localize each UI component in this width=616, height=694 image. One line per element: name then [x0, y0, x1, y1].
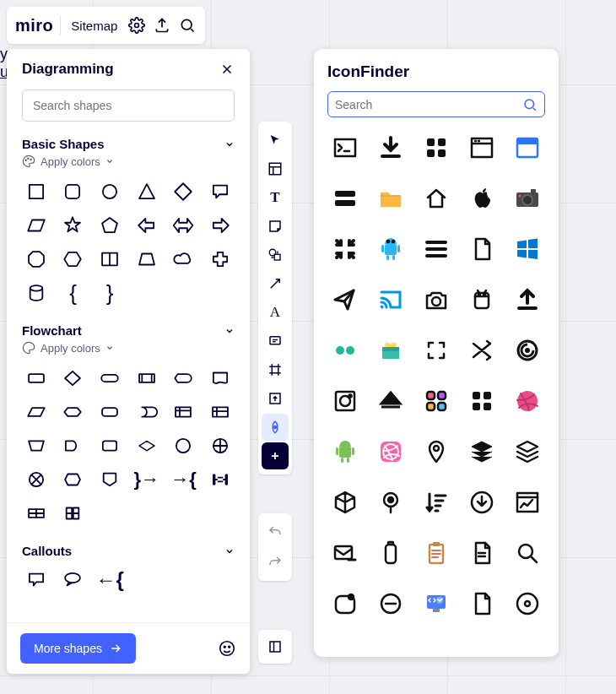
- search-shapes-field[interactable]: [33, 99, 224, 112]
- icon-eject[interactable]: [373, 384, 408, 418]
- section-flowchart[interactable]: Flowchart: [22, 318, 235, 341]
- shape-square[interactable]: [22, 178, 51, 205]
- add-tool[interactable]: [262, 442, 289, 469]
- export-icon[interactable]: [153, 16, 171, 35]
- icon-download[interactable]: [373, 131, 408, 165]
- minimap-button[interactable]: [258, 630, 292, 664]
- icon-browser-top[interactable]: [464, 131, 500, 165]
- icon-sort-down[interactable]: [419, 485, 454, 519]
- icon-analytics[interactable]: [510, 485, 545, 519]
- icon-menu[interactable]: [419, 232, 454, 266]
- icon-android-head[interactable]: [464, 283, 500, 317]
- shape-hexagon[interactable]: [59, 246, 88, 273]
- icon-dribbble-pink[interactable]: [373, 435, 408, 469]
- shape-decision[interactable]: [59, 365, 88, 392]
- shape-or-shape[interactable]: [59, 432, 88, 459]
- sticky-note-tool[interactable]: [262, 213, 289, 240]
- icon-battery[interactable]: [373, 536, 408, 570]
- shape-cloud[interactable]: [170, 246, 198, 273]
- icon-windows[interactable]: [510, 232, 545, 266]
- icon-bell[interactable]: [327, 637, 363, 643]
- icon-stack-alt[interactable]: [510, 435, 545, 469]
- shape-brace-left[interactable]: {: [59, 279, 88, 306]
- shape-cylinder[interactable]: [22, 279, 51, 306]
- icon-browser-blue[interactable]: [510, 131, 545, 165]
- shape-parallelogram[interactable]: [22, 212, 51, 239]
- icon-pin[interactable]: [419, 435, 454, 469]
- shape-oval-callout[interactable]: [59, 567, 88, 594]
- search-shapes-input[interactable]: [22, 89, 235, 122]
- shape-off-page[interactable]: [95, 466, 124, 493]
- icon-folder[interactable]: [373, 182, 408, 215]
- comment-tool[interactable]: [262, 328, 289, 355]
- icon-user-block[interactable]: [464, 637, 500, 643]
- templates-tool[interactable]: [262, 155, 289, 182]
- icon-camera-alt[interactable]: [419, 283, 454, 317]
- undo-button[interactable]: [262, 518, 289, 545]
- icon-shape-dot[interactable]: [327, 587, 363, 621]
- icon-grid4[interactable]: [419, 131, 454, 165]
- shape-connector[interactable]: [95, 432, 124, 459]
- shape-delay[interactable]: [206, 466, 235, 493]
- shape-pentagon[interactable]: [95, 212, 124, 239]
- redo-button[interactable]: [262, 549, 289, 576]
- icon-grid-color[interactable]: [419, 384, 454, 418]
- icon-mail-minus[interactable]: [327, 536, 363, 570]
- icon-dev-screen[interactable]: [419, 587, 454, 621]
- search-icon[interactable]: [178, 16, 197, 35]
- shape-speech[interactable]: [206, 178, 235, 205]
- apply-colors-button[interactable]: Apply colors: [22, 341, 235, 360]
- icon-home[interactable]: [419, 182, 454, 215]
- shape-arrow-right[interactable]: [206, 212, 235, 239]
- icon-android-green[interactable]: [327, 435, 363, 469]
- shape-terminator[interactable]: [95, 365, 124, 392]
- icon-gift[interactable]: [373, 333, 408, 367]
- shape-stored[interactable]: [132, 399, 161, 426]
- icon-stack[interactable]: [464, 435, 500, 469]
- shape-document[interactable]: [206, 365, 235, 392]
- icon-upload[interactable]: [510, 283, 545, 317]
- icon-terminal[interactable]: [327, 131, 363, 165]
- shape-circle[interactable]: [95, 178, 124, 205]
- shape-collate[interactable]: }→: [132, 466, 161, 493]
- board-title[interactable]: Sitemap: [68, 19, 121, 33]
- shape-process[interactable]: [22, 365, 51, 392]
- shape-db-v[interactable]: [59, 500, 88, 527]
- icon-shuffle[interactable]: [464, 333, 500, 367]
- shape-arrow-left[interactable]: [132, 212, 161, 239]
- frame-tool[interactable]: [262, 356, 289, 383]
- shape-predefined[interactable]: [132, 365, 161, 392]
- icon-ubisoft[interactable]: [510, 333, 545, 367]
- shapes-tool[interactable]: [262, 241, 289, 268]
- icon-camera[interactable]: [510, 182, 545, 215]
- icon-list[interactable]: [419, 637, 454, 643]
- icon-page[interactable]: [464, 587, 500, 621]
- icon-cube[interactable]: [327, 485, 363, 519]
- shape-star[interactable]: [59, 212, 88, 239]
- shape-octagon[interactable]: [22, 246, 51, 273]
- section-callouts[interactable]: Callouts: [22, 539, 235, 561]
- iconfinder-search-field[interactable]: [335, 98, 522, 111]
- shape-plus[interactable]: [206, 246, 235, 273]
- shape-data[interactable]: [22, 399, 51, 426]
- settings-icon[interactable]: [127, 16, 146, 35]
- icon-location[interactable]: [373, 485, 408, 519]
- close-icon[interactable]: [219, 62, 235, 77]
- icon-chat[interactable]: [373, 637, 408, 643]
- icon-android[interactable]: [373, 232, 408, 266]
- apply-colors-button[interactable]: Apply colors: [22, 155, 235, 173]
- shape-arrow-leftright[interactable]: [170, 212, 198, 239]
- shape-display[interactable]: [170, 365, 198, 392]
- shape-manual-input[interactable]: [132, 432, 161, 459]
- icon-fullscreen[interactable]: [419, 333, 454, 367]
- pen-tool[interactable]: A: [262, 299, 289, 326]
- arrow-tool[interactable]: [262, 270, 289, 297]
- shape-trapezoid[interactable]: [132, 246, 161, 273]
- shape-manual-op[interactable]: [22, 432, 51, 459]
- upload-tool[interactable]: [262, 385, 289, 412]
- icon-search[interactable]: [510, 536, 545, 570]
- icon-grid-black[interactable]: [464, 384, 500, 418]
- shape-db-h[interactable]: [22, 500, 51, 527]
- icon-collapse[interactable]: [327, 232, 363, 266]
- cursor-tool[interactable]: [262, 127, 289, 154]
